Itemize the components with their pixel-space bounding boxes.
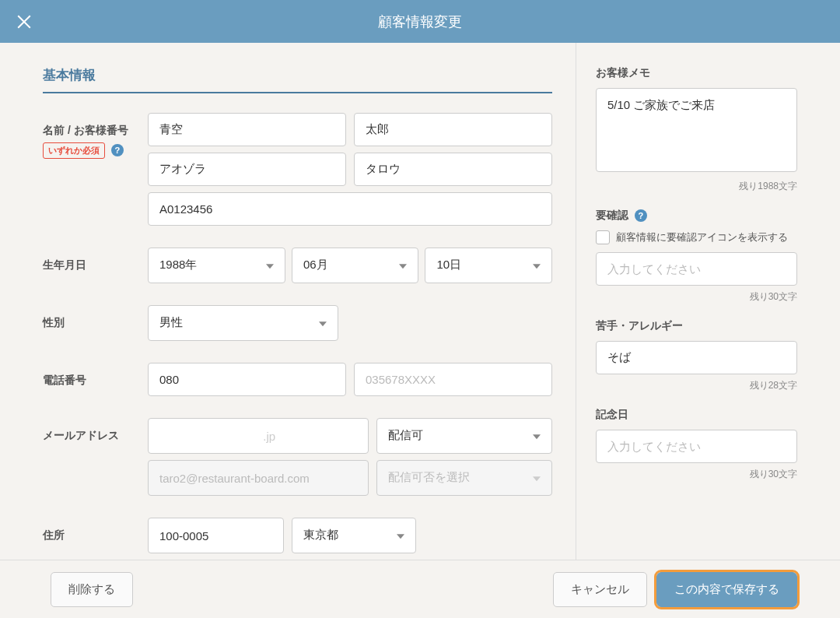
save-button[interactable]: この内容で保存する [656, 572, 797, 607]
phone1-input[interactable] [148, 363, 346, 396]
close-icon[interactable] [16, 13, 33, 30]
section-title: 基本情報 [43, 66, 552, 93]
delete-button[interactable]: 削除する [51, 572, 133, 607]
birth-day-select[interactable]: 10日 [425, 248, 552, 283]
row-phone: 電話番号 [43, 363, 552, 396]
label-email: メールアドレス [43, 418, 148, 443]
email2-delivery-select: 配信可否を選択 [376, 460, 552, 496]
phone2-input[interactable] [354, 363, 552, 396]
customer-no-input[interactable] [148, 192, 552, 226]
row-gender: 性別 男性 [43, 305, 552, 341]
label-confirm: 要確認 ? [596, 209, 797, 223]
confirm-checkbox-row: 顧客情報に要確認アイコンを表示する [596, 230, 797, 244]
footer: 削除する キャンセル この内容で保存する [0, 560, 840, 618]
prefecture-select[interactable]: 東京都 [292, 518, 416, 553]
modal-title: 顧客情報変更 [0, 12, 840, 31]
surname-kana-input[interactable] [148, 153, 346, 186]
label-address: 住所 [43, 518, 148, 543]
birth-month-select[interactable]: 06月 [292, 248, 419, 283]
confirm-count: 残り30文字 [596, 290, 797, 304]
label-gender: 性別 [43, 305, 148, 330]
label-anniversary: 記念日 [596, 408, 797, 422]
row-name: 名前 / お客様番号 いずれか必須 ? [43, 113, 552, 226]
allergy-input[interactable] [596, 341, 797, 374]
row-birth: 生年月日 1988年 06月 10日 [43, 248, 552, 283]
email2-input[interactable] [148, 460, 369, 496]
help-icon[interactable]: ? [111, 144, 124, 156]
birth-year-select[interactable]: 1988年 [148, 248, 285, 283]
content-area: 基本情報 名前 / お客様番号 いずれか必須 ? 生年月日 [0, 43, 840, 560]
confirm-input[interactable] [596, 252, 797, 286]
email1-input[interactable] [148, 418, 369, 454]
row-address: 住所 東京都 [43, 518, 552, 553]
required-badge: いずれか必須 [43, 142, 105, 159]
right-panel: お客様メモ 残り1988文字 要確認 ? 顧客情報に要確認アイコンを表示する 残… [576, 43, 840, 560]
confirm-checkbox-label: 顧客情報に要確認アイコンを表示する [616, 230, 788, 244]
memo-count: 残り1988文字 [596, 180, 797, 193]
help-icon[interactable]: ? [635, 209, 647, 222]
label-memo: お客様メモ [596, 66, 797, 80]
email1-delivery-select[interactable]: 配信可 [376, 418, 552, 454]
label-allergy: 苦手・アレルギー [596, 319, 797, 333]
anniversary-count: 残り30文字 [596, 468, 797, 481]
left-panel: 基本情報 名前 / お客様番号 いずれか必須 ? 生年月日 [0, 43, 576, 560]
label-birth: 生年月日 [43, 248, 148, 272]
label-name: 名前 / お客様番号 いずれか必須 ? [43, 113, 148, 159]
anniversary-input[interactable] [596, 430, 797, 463]
gender-select[interactable]: 男性 [148, 305, 338, 341]
allergy-count: 残り28文字 [596, 379, 797, 392]
modal-header: 顧客情報変更 [0, 0, 840, 43]
label-phone: 電話番号 [43, 363, 148, 388]
row-email: メールアドレス 配信可 配信可否を選択 [43, 418, 552, 496]
cancel-button[interactable]: キャンセル [553, 572, 647, 607]
zip-input[interactable] [148, 518, 284, 553]
confirm-checkbox[interactable] [596, 230, 610, 244]
given-kana-input[interactable] [354, 153, 552, 186]
given-input[interactable] [354, 113, 552, 146]
surname-input[interactable] [148, 113, 346, 146]
memo-textarea[interactable] [596, 88, 797, 172]
